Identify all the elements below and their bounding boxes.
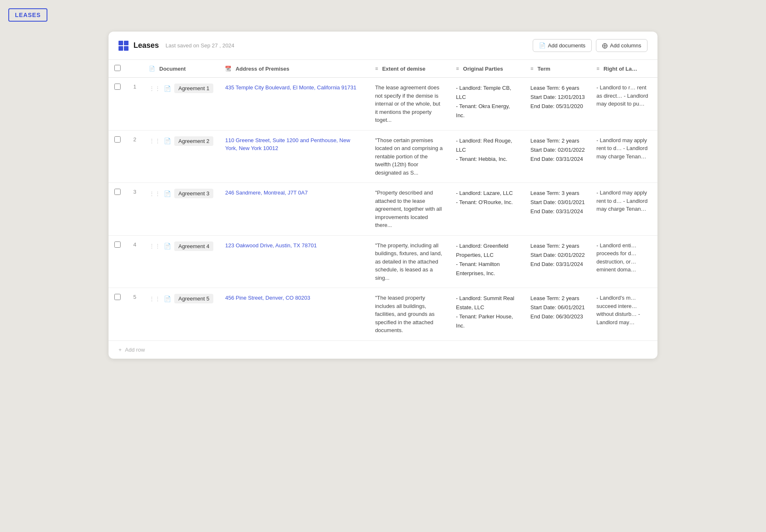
address-link[interactable]: 110 Greene Street, Suite 1200 and Pentho…: [225, 137, 350, 152]
table-row: 3 ⋮⋮ 📄 Agreement 3 246 Sandmere, Montrea…: [109, 183, 657, 236]
table-wrapper: 📄 Document 📆 Address of Premises ≡: [109, 60, 657, 359]
term-start: Start Date: 02/01/2022: [530, 145, 585, 155]
table-header: 📄 Document 📆 Address of Premises ≡: [109, 60, 657, 78]
th-parties: ≡ Original Parties: [450, 60, 525, 78]
add-row-plus-icon: +: [119, 347, 122, 353]
row-document-cell: ⋮⋮ 📄 Agreement 5: [143, 288, 219, 341]
header-actions: 📄 Add documents ⨁ Add columns: [533, 39, 648, 52]
row-parties-cell: - Landlord: Greenfield Properties, LLC -…: [450, 235, 525, 288]
parties-tenant: - Tenant: Hebbia, Inc.: [456, 155, 519, 164]
doc-file-icon: 📄: [164, 296, 171, 302]
row-right-cell: - Landlord may apply rent to d… - Landlo…: [591, 183, 657, 236]
row-right-cell: - Landlord enti… proceeds for d… destruc…: [591, 235, 657, 288]
term-col-icon: ≡: [530, 66, 533, 71]
th-term: ≡ Term: [524, 60, 591, 78]
row-parties-cell: - Landlord: Red Rouge, LLC - Tenant: Heb…: [450, 130, 525, 183]
header-row: 📄 Document 📆 Address of Premises ≡: [109, 60, 657, 78]
parties-tenant: - Tenant: O'Rourke, Inc.: [456, 198, 519, 207]
address-link[interactable]: 123 Oakwood Drive, Austin, TX 78701: [225, 242, 316, 249]
row-checkbox[interactable]: [114, 136, 121, 143]
parties-landlord: - Landlord: Greenfield Properties, LLC: [456, 241, 519, 260]
term-duration: Lease Term: 6 years: [530, 84, 585, 93]
row-extent-cell: "The property, including all buildings, …: [369, 235, 450, 288]
document-name[interactable]: Agreement 4: [174, 241, 213, 251]
row-checkbox[interactable]: [114, 84, 121, 90]
address-link[interactable]: 456 Pine Street, Denver, CO 80203: [225, 295, 310, 301]
app-badge[interactable]: LEASES: [8, 8, 47, 22]
row-extent-cell: "The leased property includes all buildi…: [369, 288, 450, 341]
row-term-cell: Lease Term: 3 years Start Date: 03/01/20…: [524, 183, 591, 236]
document-name[interactable]: Agreement 2: [174, 136, 213, 146]
row-document-cell: ⋮⋮ 📄 Agreement 1: [143, 78, 219, 131]
document-name[interactable]: Agreement 1: [174, 84, 213, 93]
row-checkbox[interactable]: [114, 294, 121, 300]
doc-file-icon: 📄: [164, 138, 171, 144]
drag-handle-icon[interactable]: ⋮⋮: [149, 138, 161, 144]
row-address-cell: 123 Oakwood Drive, Austin, TX 78701: [219, 235, 369, 288]
th-extent: ≡ Extent of demise: [369, 60, 450, 78]
drag-handle-icon[interactable]: ⋮⋮: [149, 243, 161, 249]
term-start: Start Date: 02/01/2022: [530, 251, 585, 260]
row-num: 2: [126, 130, 143, 183]
parties-landlord: - Landlord: Temple CB, LLC: [456, 84, 519, 102]
term-end: End Date: 03/31/2024: [530, 155, 585, 164]
row-checkbox-cell: [109, 130, 126, 183]
table-row: 5 ⋮⋮ 📄 Agreement 5 456 Pine Street, Denv…: [109, 288, 657, 341]
main-card: Leases Last saved on Sep 27 , 2024 📄 Add…: [109, 32, 657, 359]
row-checkbox-cell: [109, 288, 126, 341]
drag-handle-icon[interactable]: ⋮⋮: [149, 296, 161, 302]
row-right-cell: - Landlord's m… succeed intere… without …: [591, 288, 657, 341]
document-name[interactable]: Agreement 5: [174, 294, 213, 303]
drag-handle-icon[interactable]: ⋮⋮: [149, 190, 161, 197]
row-document-cell: ⋮⋮ 📄 Agreement 3: [143, 183, 219, 236]
add-row-label: Add row: [125, 347, 145, 353]
row-parties-cell: - Landlord: Lazare, LLC - Tenant: O'Rour…: [450, 183, 525, 236]
row-address-cell: 110 Greene Street, Suite 1200 and Pentho…: [219, 130, 369, 183]
th-checkbox: [109, 60, 126, 78]
row-checkbox[interactable]: [114, 189, 121, 195]
term-end: End Date: 06/30/2023: [530, 312, 585, 321]
row-right-cell: - Landlord may apply rent to d… - Landlo…: [591, 130, 657, 183]
add-columns-button[interactable]: ⨁ Add columns: [596, 39, 647, 52]
extent-col-icon: ≡: [375, 66, 378, 71]
row-checkbox[interactable]: [114, 241, 121, 248]
term-duration: Lease Term: 3 years: [530, 189, 585, 198]
row-document-cell: ⋮⋮ 📄 Agreement 2: [143, 130, 219, 183]
row-num: 3: [126, 183, 143, 236]
row-address-cell: 456 Pine Street, Denver, CO 80203: [219, 288, 369, 341]
address-link[interactable]: 246 Sandmere, Montreal, J7T 0A7: [225, 190, 308, 196]
right-col-icon: ≡: [596, 66, 599, 71]
add-row-button[interactable]: + Add row: [109, 341, 657, 359]
term-end: End Date: 03/31/2024: [530, 260, 585, 269]
row-address-cell: 246 Sandmere, Montreal, J7T 0A7: [219, 183, 369, 236]
select-all-checkbox[interactable]: [114, 65, 121, 71]
row-term-cell: Lease Term: 2 years Start Date: 06/01/20…: [524, 288, 591, 341]
add-documents-button[interactable]: 📄 Add documents: [533, 39, 592, 52]
card-title: Leases: [133, 41, 159, 50]
row-num: 1: [126, 78, 143, 131]
parties-col-icon: ≡: [456, 66, 459, 71]
row-term-cell: Lease Term: 2 years Start Date: 02/01/20…: [524, 235, 591, 288]
row-num: 4: [126, 235, 143, 288]
top-badge-container: LEASES: [8, 8, 758, 32]
row-checkbox-cell: [109, 183, 126, 236]
term-start: Start Date: 06/01/2021: [530, 303, 585, 312]
term-end: End Date: 05/31/2020: [530, 102, 585, 111]
table-row: 1 ⋮⋮ 📄 Agreement 1 435 Temple City Boule…: [109, 78, 657, 131]
card-header: Leases Last saved on Sep 27 , 2024 📄 Add…: [109, 32, 657, 60]
drag-handle-icon[interactable]: ⋮⋮: [149, 85, 161, 92]
parties-landlord: - Landlord: Lazare, LLC: [456, 189, 519, 198]
address-link[interactable]: 435 Temple City Boulevard, El Monte, Cal…: [225, 84, 356, 91]
term-start: Start Date: 03/01/2021: [530, 198, 585, 207]
document-name[interactable]: Agreement 3: [174, 189, 213, 198]
row-parties-cell: - Landlord: Temple CB, LLC - Tenant: Okr…: [450, 78, 525, 131]
doc-file-icon: 📄: [164, 85, 171, 92]
row-extent-cell: "Those certain premises located on and c…: [369, 130, 450, 183]
row-checkbox-cell: [109, 235, 126, 288]
row-document-cell: ⋮⋮ 📄 Agreement 4: [143, 235, 219, 288]
add-documents-label: Add documents: [548, 42, 586, 49]
parties-tenant: - Tenant: Hamilton Enterprises, Inc.: [456, 260, 519, 278]
parties-landlord: - Landlord: Red Rouge, LLC: [456, 136, 519, 155]
doc-file-icon: 📄: [164, 243, 171, 249]
th-num: [126, 60, 143, 78]
